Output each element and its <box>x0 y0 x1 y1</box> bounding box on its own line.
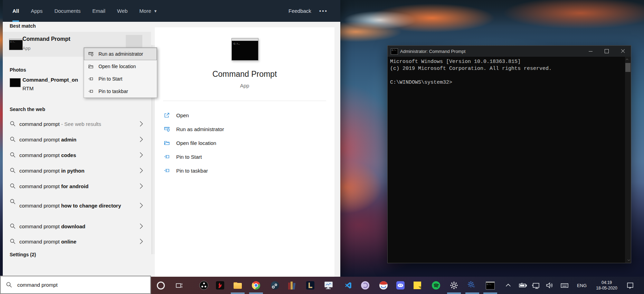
minimize-icon <box>589 51 593 52</box>
terminal-line <box>390 72 625 79</box>
taskbar-item-bittorrent[interactable] <box>357 277 373 294</box>
suggestion-row[interactable]: command prompt in python <box>3 163 151 178</box>
tab-documents[interactable]: Documents <box>54 0 80 22</box>
suggestion-row[interactable]: command prompt online <box>3 234 151 249</box>
terminal-prompt: C:\WINDOWS\system32> <box>390 79 625 86</box>
action-pin-to-taskbar[interactable]: Pin to taskbar <box>155 164 334 177</box>
garena-icon <box>216 281 224 290</box>
close-button[interactable] <box>615 46 631 57</box>
menu-item-pin-to-taskbar[interactable]: Pin to taskbar <box>84 85 157 98</box>
search-icon <box>10 183 16 189</box>
search-icon <box>6 282 12 288</box>
settings-header: Settings (2) <box>10 252 36 257</box>
chevron-right-icon[interactable] <box>139 202 143 209</box>
taskbar-item-system-gears[interactable] <box>464 277 481 294</box>
chevron-right-icon[interactable] <box>139 183 143 189</box>
taskbar-item-garena[interactable] <box>212 277 228 294</box>
tray-show-hidden-icons[interactable] <box>500 277 517 294</box>
scroll-up-icon[interactable] <box>625 57 631 63</box>
best-match-type: App <box>22 46 30 51</box>
taskbar-item-sticky-notes[interactable] <box>409 277 426 294</box>
maximize-button[interactable] <box>599 46 615 57</box>
tray-clock[interactable]: 04:19 18-05-2020 <box>591 277 622 294</box>
action-run-as-administrator[interactable]: Run as administrator <box>155 122 334 136</box>
chevron-right-icon[interactable] <box>139 136 143 143</box>
chevron-right-icon[interactable] <box>139 223 143 229</box>
tab-web[interactable]: Web <box>117 0 128 22</box>
menu-item-pin-to-start[interactable]: Pin to Start <box>84 73 157 85</box>
sticky-notes-icon <box>414 282 421 289</box>
command-prompt-icon: C:\. <box>391 48 398 55</box>
desktop: All Apps Documents Email Web More▼ Feedb… <box>0 0 644 294</box>
suggestion-row[interactable]: command prompt for android <box>3 178 151 194</box>
terminal-output[interactable]: Microsoft Windows [Version 10.0.18363.81… <box>388 57 625 263</box>
taskbar-item-command-prompt[interactable]: C:\. <box>482 277 499 294</box>
tab-email[interactable]: Email <box>92 0 105 22</box>
scrollbar-thumb[interactable] <box>625 63 631 72</box>
photo-title-line1: Command_Prompt_on <box>22 77 78 83</box>
maximize-icon <box>605 49 609 53</box>
steam-icon <box>271 281 279 290</box>
taskbar-item-steam[interactable] <box>267 277 283 294</box>
performance-monitor-icon <box>324 282 333 289</box>
taskbar-item-obs-studio[interactable] <box>196 277 212 294</box>
taskbar-item-settings[interactable] <box>446 277 462 294</box>
open-icon <box>164 112 170 118</box>
tab-apps[interactable]: Apps <box>31 0 42 22</box>
taskbar-item-discord[interactable] <box>392 277 409 294</box>
search-input[interactable] <box>17 282 150 288</box>
taskbar-item-chrome[interactable] <box>248 277 264 294</box>
photos-header: Photos <box>10 67 26 73</box>
tray-language[interactable]: ENG <box>574 277 590 294</box>
file-explorer-icon <box>234 282 242 289</box>
tab-all[interactable]: All <box>12 0 19 22</box>
tray-volume[interactable] <box>541 277 558 294</box>
tray-touch-keyboard[interactable] <box>556 277 573 294</box>
terminal-scrollbar[interactable] <box>625 57 631 263</box>
menu-item-open-file-location[interactable]: Open file location <box>84 60 157 73</box>
action-open[interactable]: Open <box>155 108 334 122</box>
task-view-button[interactable] <box>171 277 188 294</box>
terminal-line: (c) 2019 Microsoft Corporation. All righ… <box>390 65 625 72</box>
network-icon <box>532 281 540 290</box>
taskbar-item-spotify[interactable] <box>428 277 444 294</box>
speaker-icon <box>546 281 554 290</box>
chevron-right-icon[interactable] <box>139 121 143 127</box>
taskbar-item-performance-monitor[interactable] <box>320 277 337 294</box>
action-center-button[interactable] <box>622 277 638 294</box>
taskbar-item-vscode[interactable] <box>340 277 357 294</box>
action-pin-to-start[interactable]: Pin to Start <box>155 150 334 164</box>
minimize-button[interactable] <box>583 46 598 57</box>
action-center-icon <box>626 281 634 290</box>
chevron-right-icon[interactable] <box>139 152 143 158</box>
chevron-right-icon[interactable] <box>139 238 143 245</box>
taskbar-item-league-of-legends[interactable] <box>302 277 319 294</box>
menu-item-run-as-administrator[interactable]: Run as administrator <box>84 48 157 60</box>
suggestion-row[interactable]: command prompt - See web results <box>3 116 151 131</box>
calibre-icon <box>288 281 296 290</box>
best-match-title: Command Prompt <box>22 36 70 42</box>
window-titlebar[interactable]: C:\. Administrator: Command Prompt <box>388 46 631 57</box>
scroll-down-icon[interactable] <box>625 257 631 263</box>
taskbar-item-calibre[interactable] <box>284 277 300 294</box>
taskbar-item-screen-recorder[interactable] <box>375 277 392 294</box>
suggestion-row[interactable]: command prompt codes <box>3 147 151 163</box>
taskbar: C:\. ENG 04:19 18-05-2020 <box>0 277 644 294</box>
search-filter-bar: All Apps Documents Email Web More▼ Feedb… <box>3 0 340 22</box>
feedback-button[interactable]: Feedback <box>288 8 311 14</box>
tab-more[interactable]: More▼ <box>139 0 157 22</box>
photo-title-line2: RTM <box>22 85 34 91</box>
suggestion-row[interactable]: command prompt how to change directory <box>3 194 151 217</box>
folder-icon <box>164 140 170 146</box>
taskbar-item-file-explorer[interactable] <box>229 277 246 294</box>
suggestion-row[interactable]: command prompt download <box>3 219 151 234</box>
chevron-up-icon <box>504 282 512 289</box>
keyboard-icon <box>560 281 569 290</box>
active-indicator <box>249 293 263 294</box>
taskbar-search-box[interactable] <box>0 276 151 294</box>
chevron-right-icon[interactable] <box>139 167 143 174</box>
action-open-file-location[interactable]: Open file location <box>155 136 334 150</box>
cortana-button[interactable] <box>152 277 169 294</box>
suggestion-row[interactable]: command prompt admin <box>3 132 151 147</box>
options-ellipsis-button[interactable]: ••• <box>319 8 328 14</box>
